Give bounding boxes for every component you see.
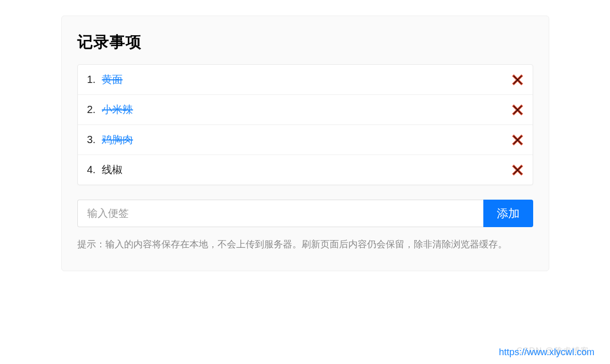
list-item[interactable]: 1.黄面: [78, 65, 533, 95]
item-number: 2.: [87, 104, 96, 116]
item-number: 1.: [87, 74, 96, 86]
item-text[interactable]: 鸡胸肉: [102, 133, 133, 147]
delete-icon[interactable]: [512, 104, 523, 116]
item-text[interactable]: 黄面: [102, 73, 123, 87]
hint-text: 提示：输入的内容将保存在本地，不会上传到服务器。刷新页面后内容仍会保留，除非清除…: [77, 236, 533, 253]
delete-icon[interactable]: [512, 164, 523, 176]
note-list: 1.黄面2.小米辣3.鸡胸肉4.线椒: [77, 64, 533, 185]
item-number: 3.: [87, 134, 96, 146]
item-text[interactable]: 线椒: [102, 163, 123, 177]
note-input[interactable]: [77, 200, 483, 227]
delete-icon[interactable]: [512, 134, 523, 146]
input-row: 添加: [77, 200, 533, 227]
delete-icon[interactable]: [512, 74, 523, 86]
item-text[interactable]: 小米辣: [102, 103, 133, 117]
card-title: 记录事项: [77, 32, 533, 53]
list-item[interactable]: 3.鸡胸肉: [78, 125, 533, 155]
list-item[interactable]: 4.线椒: [78, 155, 533, 185]
add-button[interactable]: 添加: [483, 200, 533, 227]
watermark-link: https://www.xlycwl.com: [499, 347, 594, 358]
note-card: 记录事项 1.黄面2.小米辣3.鸡胸肉4.线椒 添加 提示：输入的内容将保存在本…: [61, 16, 549, 271]
item-number: 4.: [87, 164, 96, 176]
list-item[interactable]: 2.小米辣: [78, 95, 533, 125]
